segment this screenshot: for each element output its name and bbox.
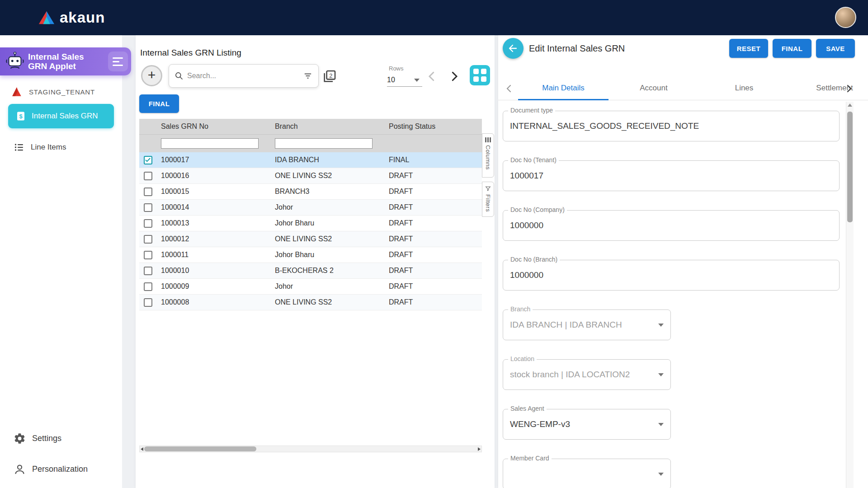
table-row[interactable]: 1000013Johor BharuDRAFT (139, 216, 482, 231)
vertical-scrollbar[interactable] (846, 102, 854, 488)
reset-button[interactable]: RESET (729, 39, 768, 58)
rows-per-page-select[interactable]: 10 (387, 73, 422, 87)
sidebar-item-tenant[interactable]: STAGING_TENANT (0, 82, 122, 102)
cell-sales-grn-no: 1000009 (156, 282, 270, 291)
cell-posting-status: DRAFT (384, 282, 482, 291)
field-branch[interactable]: BranchIDA BRANCH | IDA BRANCH (503, 310, 671, 340)
sidebar-item-line-items[interactable]: Line Items (0, 137, 122, 157)
table-row[interactable]: 1000011Johor BharuDRAFT (139, 247, 482, 263)
search-input[interactable] (187, 72, 299, 80)
row-checkbox[interactable] (144, 282, 152, 291)
table-row[interactable]: 1000012ONE LIVING SS2DRAFT (139, 231, 482, 247)
editor-tabs: Main DetailsAccountLinesSettlement (518, 77, 856, 100)
svg-text:2: 2 (329, 72, 332, 79)
table-row[interactable]: 1000016ONE LIVING SS2DRAFT (139, 168, 482, 184)
columns-side-tab[interactable]: Columns (482, 133, 494, 178)
row-checkbox[interactable] (144, 156, 152, 164)
header-sales-grn-no[interactable]: Sales GRN No (156, 122, 270, 131)
tabs-scroll-left-icon[interactable] (504, 83, 514, 94)
table-row[interactable]: 1000009JohorDRAFT (139, 279, 482, 295)
app-grid-icon[interactable] (470, 65, 490, 85)
field-doc-no-branch[interactable]: Doc No (Branch)1000000 (503, 260, 840, 291)
row-checkbox[interactable] (144, 235, 152, 244)
person-icon (14, 463, 26, 475)
tenant-icon (11, 86, 23, 98)
back-button[interactable] (503, 38, 524, 59)
sales-grn-doc-icon: $ (15, 111, 26, 122)
dropdown-caret-icon[interactable] (658, 373, 664, 376)
header-branch[interactable]: Branch (270, 122, 384, 131)
checkbox-check-icon (145, 157, 151, 163)
user-avatar[interactable] (835, 7, 856, 28)
back-arrow-icon (508, 43, 519, 54)
table-row[interactable]: 1000017IDA BRANCHFINAL (139, 152, 482, 168)
add-record-button[interactable]: + (141, 65, 162, 86)
cell-sales-grn-no: 1000010 (156, 267, 270, 275)
row-checkbox[interactable] (144, 298, 152, 307)
sidebar-item-settings[interactable]: Settings (0, 428, 122, 448)
settings-label: Settings (32, 434, 61, 443)
horizontal-scrollbar-thumb[interactable] (144, 446, 256, 451)
table-row[interactable]: 1000010B-EKOCHERAS 2DRAFT (139, 263, 482, 279)
tab-lines[interactable]: Lines (699, 77, 789, 100)
cell-sales-grn-no: 1000011 (156, 251, 270, 259)
field-label: Branch (508, 305, 533, 313)
robot-icon (5, 51, 25, 72)
tab-main-details[interactable]: Main Details (518, 77, 609, 100)
menu-icon[interactable] (108, 52, 128, 71)
field-member-card[interactable]: Member Card (503, 459, 671, 488)
field-document-type[interactable]: Document typeINTERNAL_SALES_GOODS_RECEIV… (503, 111, 840, 141)
table-row[interactable]: 1000015BRANCH3DRAFT (139, 184, 482, 200)
field-doc-no-tenant[interactable]: Doc No (Tenant)1000017 (503, 160, 840, 191)
cell-posting-status: DRAFT (384, 172, 482, 180)
cell-branch: ONE LIVING SS2 (270, 235, 384, 243)
next-page-button[interactable] (448, 70, 461, 83)
line-items-label: Line Items (31, 143, 66, 152)
scroll-right-icon[interactable] (478, 447, 481, 451)
field-value: 1000017 (510, 171, 543, 181)
row-checkbox[interactable] (144, 251, 152, 259)
dropdown-caret-icon[interactable] (658, 324, 664, 327)
dropdown-caret-icon[interactable] (658, 423, 664, 426)
svg-text:$: $ (19, 113, 23, 120)
tab-account[interactable]: Account (609, 77, 699, 100)
scroll-left-icon[interactable] (141, 447, 143, 451)
tabs-scroll-right-icon[interactable] (844, 83, 854, 94)
filter-list-icon[interactable] (303, 71, 313, 81)
final-bulk-button[interactable]: FINAL (139, 94, 179, 113)
row-checkbox[interactable] (144, 219, 152, 228)
save-button[interactable]: SAVE (816, 39, 855, 58)
final-button[interactable]: FINAL (773, 39, 811, 58)
applet-header: Internal Sales GRN Applet (0, 47, 131, 75)
field-location[interactable]: Locationstock branch | IDA LOCATION2 (503, 359, 671, 390)
field-doc-no-company[interactable]: Doc No (Company)1000000 (503, 210, 840, 241)
duplicate-pages-icon[interactable]: 2 (322, 69, 337, 84)
vertical-scrollbar-thumb[interactable] (847, 112, 853, 222)
cell-branch: ONE LIVING SS2 (270, 172, 384, 180)
horizontal-scrollbar[interactable] (139, 446, 482, 452)
cell-posting-status: DRAFT (384, 251, 482, 259)
field-value: IDA BRANCH | IDA BRANCH (510, 320, 622, 330)
row-checkbox[interactable] (144, 188, 152, 196)
table-body: 1000017IDA BRANCHFINAL1000016ONE LIVING … (139, 152, 482, 310)
branch-filter-input[interactable] (275, 138, 373, 149)
grn-editor-panel: Edit Internal Sales GRN RESET FINAL SAVE… (498, 35, 868, 488)
row-checkbox[interactable] (144, 267, 152, 275)
table-row[interactable]: 1000008ONE LIVING SS2DRAFT (139, 295, 482, 310)
sidebar-item-internal-sales-grn[interactable]: $ Internal Sales GRN (8, 104, 114, 128)
prev-page-button[interactable] (425, 70, 439, 83)
sidebar-item-personalization[interactable]: Personalization (0, 459, 122, 479)
field-value: stock branch | IDA LOCATION2 (510, 370, 630, 380)
scroll-up-icon[interactable] (848, 103, 852, 107)
row-checkbox[interactable] (144, 203, 152, 212)
grn-no-filter-input[interactable] (161, 138, 259, 149)
field-sales-agent[interactable]: Sales AgentWENG-EMP-v3 (503, 409, 671, 440)
header-posting-status[interactable]: Posting Status (384, 122, 482, 131)
filters-side-tab[interactable]: Filters (482, 182, 494, 217)
dropdown-caret-icon[interactable] (658, 473, 664, 476)
row-checkbox[interactable] (144, 172, 152, 180)
cell-sales-grn-no: 1000012 (156, 235, 270, 243)
table-row[interactable]: 1000014JohorDRAFT (139, 200, 482, 216)
cell-branch: ONE LIVING SS2 (270, 298, 384, 306)
field-label: Doc No (Company) (508, 206, 567, 213)
